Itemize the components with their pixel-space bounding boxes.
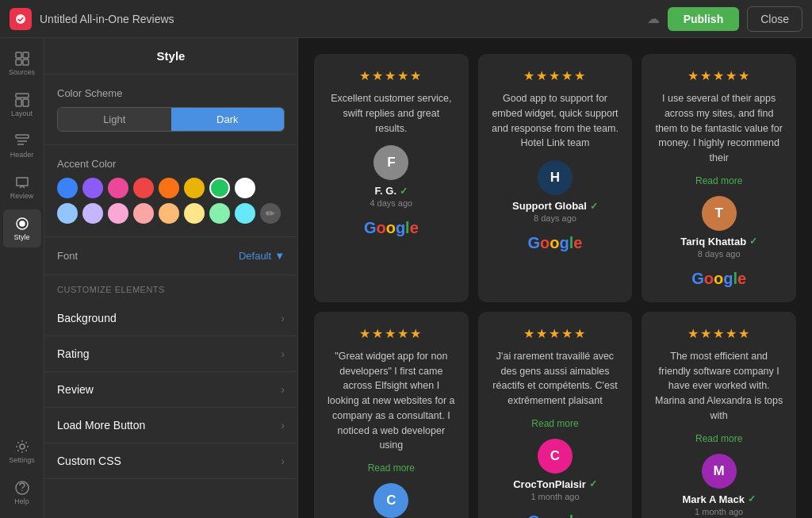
svg-point-0 [16,14,25,24]
accent-color-dot[interactable] [209,178,230,198]
reviewer-name: Tariq Khattab ✓ [680,236,757,247]
color-picker-button[interactable]: ✏ [260,203,281,224]
font-section: Font Default ▼ [44,237,297,275]
review-grid: ★★★★★Excellent customer service, swift r… [314,54,796,518]
customize-item-rating[interactable]: Rating› [44,336,297,372]
review-stars: ★★★★★ [523,68,587,83]
reviewer-name: F. G. ✓ [375,185,408,197]
font-dropdown-icon: ▼ [274,250,285,262]
publish-button[interactable]: Publish [668,7,740,31]
platform-logo: Google [528,512,583,518]
review-card: ★★★★★"Great widget app for non developer… [314,312,469,518]
chevron-icon: › [281,312,285,324]
review-text: The most efficient and friendly software… [654,349,783,424]
topbar: Untitled All-in-One Reviews ☁ Publish Cl… [0,0,812,38]
icon-sidebar: Sources Layout Header Review Style [0,38,44,518]
close-button[interactable]: Close [747,6,802,32]
accent-color-dot[interactable] [184,203,205,224]
svg-rect-3 [16,59,21,65]
sidebar-item-style-label: Style [13,233,29,241]
svg-rect-4 [23,59,29,65]
accent-color-dot[interactable] [235,178,255,198]
review-date: 8 days ago [698,249,741,259]
customize-item-label: Review [57,383,94,396]
svg-rect-5 [16,94,29,98]
customize-item-background[interactable]: Background› [44,301,297,336]
accent-color-dot[interactable] [159,203,179,224]
sidebar-item-header[interactable]: Header [3,127,41,165]
accent-color-label: Accent Color [57,158,285,170]
customize-item-label: Custom CSS [57,455,121,467]
sidebar-item-style[interactable]: Style [3,209,41,247]
dark-toggle[interactable]: Dark [171,108,285,131]
accent-color-dot[interactable] [184,178,205,198]
verified-icon: ✓ [400,186,408,197]
read-more-link[interactable]: Read more [695,175,742,186]
accent-color-section: Accent Color ✏ [44,145,297,237]
accent-color-dot[interactable] [159,178,179,198]
customize-item-custom-css[interactable]: Custom CSS› [44,443,297,479]
accent-color-dot[interactable] [209,203,230,224]
platform-logo: Google [528,234,583,252]
sidebar-item-layout-label: Layout [11,109,33,117]
read-more-link[interactable]: Read more [695,433,742,444]
read-more-link[interactable]: Read more [368,462,415,474]
accent-color-dot[interactable] [82,203,103,224]
review-date: 8 days ago [534,213,576,223]
app-title: Untitled All-in-One Reviews [40,13,639,25]
sync-icon: ☁ [647,11,660,26]
verified-icon: ✓ [749,236,757,247]
svg-rect-6 [16,99,21,106]
review-text: J'ai rarement travaillé avec des gens au… [491,349,620,409]
reviewer-name: Support Global ✓ [512,200,598,212]
review-date: 1 month ago [695,507,743,516]
customize-item-review[interactable]: Review› [44,372,297,408]
sidebar-item-sources-label: Sources [9,68,35,76]
main-layout: Sources Layout Header Review Style [0,38,812,518]
review-text: Excellent customer service, swift replie… [327,91,456,136]
review-stars: ★★★★★ [359,68,423,83]
customize-item-label: Rating [57,347,89,360]
accent-color-dot[interactable] [235,203,255,224]
sidebar-item-header-label: Header [10,151,34,159]
help-item[interactable]: Help [3,474,41,512]
accent-color-dot[interactable] [57,178,78,198]
accent-color-dot[interactable] [82,178,103,198]
sidebar-item-sources[interactable]: Sources [3,44,41,82]
reviewer-avatar: F [373,145,408,180]
font-value[interactable]: Default ▼ [239,250,285,262]
svg-point-12 [20,221,25,226]
read-more-link[interactable]: Read more [531,418,578,429]
reviewer-avatar: C [373,483,408,518]
customize-item-load-more[interactable]: Load More Button› [44,408,297,443]
accent-color-dot[interactable] [108,178,128,198]
sidebar-item-review[interactable]: Review [3,168,41,206]
accent-color-dot[interactable] [133,203,154,224]
reviewer-avatar: H [538,160,573,195]
customize-item-label: Background [57,312,117,324]
review-card: ★★★★★Good app to support for embed widge… [478,54,633,302]
accent-color-grid-2: ✏ [57,203,285,224]
accent-color-grid [57,178,285,198]
verified-icon: ✓ [590,201,598,212]
svg-rect-1 [16,52,21,58]
chevron-icon: › [281,347,285,360]
color-scheme-section: Color Scheme Light Dark [44,75,297,145]
light-toggle[interactable]: Light [58,108,171,131]
review-card: ★★★★★J'ai rarement travaillé avec des ge… [478,312,633,518]
accent-color-dot[interactable] [133,178,154,198]
accent-color-dot[interactable] [57,203,78,224]
customize-label: CUSTOMIZE ELEMENTS [44,275,297,301]
customize-items: Background›Rating›Review›Load More Butto… [44,301,297,479]
sidebar-item-review-label: Review [10,192,34,200]
font-row: Font Default ▼ [57,250,285,262]
review-stars: ★★★★★ [523,326,587,341]
accent-color-dot[interactable] [108,203,128,224]
review-date: 4 days ago [370,198,412,208]
reviewer-name: Mark A Mack ✓ [682,493,756,505]
style-panel: Style Color Scheme Light Dark Accent Col… [44,38,298,518]
sidebar-item-layout[interactable]: Layout [3,86,41,124]
sidebar-item-settings[interactable]: Settings [3,432,41,470]
reviewer-avatar: M [702,454,737,489]
reviewer-name: CrocTonPlaisir ✓ [513,478,597,490]
